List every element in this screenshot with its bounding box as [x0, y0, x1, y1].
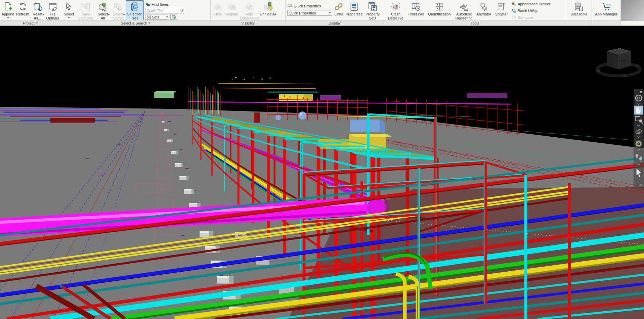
chevron-down-icon — [68, 17, 70, 18]
links-button[interactable]: Links — [333, 0, 345, 20]
quantification-icon — [434, 2, 444, 12]
scripter-button[interactable]: Scripter — [493, 0, 509, 20]
scene-shape — [185, 168, 188, 169]
quick-find-search-icon[interactable] — [179, 8, 184, 13]
links-icon — [334, 2, 344, 12]
quantification-button[interactable]: Quantification — [426, 0, 453, 20]
properties-icon — [349, 2, 359, 12]
scene-shape — [86, 158, 89, 159]
scene-shape — [154, 91, 176, 93]
reset-all-icon — [33, 2, 43, 12]
hide-icon — [213, 2, 223, 12]
group-label-select-search[interactable]: Select & Search — [61, 20, 210, 26]
datatools-icon — [574, 2, 584, 12]
group-select-search: Select Save Selection Select All Select … — [61, 0, 211, 26]
append-button[interactable]: Append — [1, 0, 15, 20]
selection-tree-button[interactable]: Selection Tree — [126, 0, 144, 20]
scene-shape — [636, 158, 637, 160]
app-manager-icon — [601, 2, 611, 12]
append-label: Append — [2, 12, 14, 16]
ribbon: Append Refresh Reset All... File Options… — [0, 0, 644, 26]
select-button[interactable]: Select — [62, 0, 76, 20]
hide-unselected-button: Hide Unselected — [240, 0, 259, 20]
compass-south-label[interactable]: S — [624, 74, 626, 78]
group-label-project[interactable]: Project — [0, 20, 61, 26]
manage-sets-button[interactable] — [170, 14, 177, 20]
scene-shape — [244, 79, 245, 80]
chevron-down-icon — [274, 14, 276, 15]
sets-dropdown[interactable]: Sets — [145, 14, 169, 20]
quick-properties-icon — [287, 3, 292, 8]
chevron-down-icon — [123, 14, 125, 15]
scene-shape — [284, 95, 285, 97]
hide-unselected-icon — [244, 2, 254, 12]
property-sets-button[interactable]: Property Sets — [363, 0, 382, 20]
refresh-button[interactable]: Refresh — [15, 0, 30, 20]
group-project: Append Refresh Reset All... File Options… — [0, 0, 61, 26]
batch-utility-button[interactable]: Batch Utility — [511, 8, 563, 14]
ribbon-empty-area — [621, 0, 644, 21]
chevron-down-icon — [7, 17, 9, 18]
scene-shape — [171, 140, 173, 142]
find-items-button[interactable]: Find Items — [145, 1, 185, 7]
animator-button[interactable]: Animator — [475, 0, 493, 20]
scripter-icon — [496, 2, 506, 12]
select-all-button[interactable]: Select All — [95, 0, 110, 20]
scene-shape — [467, 93, 507, 98]
autodesk-rendering-button[interactable]: Autodesk Rendering — [454, 0, 474, 20]
file-options-button[interactable]: File Options — [45, 0, 60, 20]
reset-all-button[interactable]: Reset All... — [30, 0, 45, 20]
scene-shape — [641, 161, 642, 162]
properties-button[interactable]: Properties — [345, 0, 363, 20]
scene-shape — [636, 110, 641, 114]
quick-properties-toggle[interactable]: Quick Properties — [287, 3, 332, 9]
navigation-bar[interactable] — [634, 89, 644, 189]
chevron-down-icon — [148, 22, 151, 24]
scene-shape — [232, 79, 233, 80]
scene-shape — [261, 79, 263, 80]
timeliner-icon — [411, 2, 421, 12]
scene-shape — [168, 121, 171, 122]
quick-properties-dropdown[interactable]: Quick Properties — [287, 10, 332, 16]
datatools-button[interactable]: DataTools — [568, 0, 590, 20]
group-display: Quick Properties Quick Properties Links … — [286, 0, 384, 26]
chevron-down-icon — [166, 16, 168, 18]
hide-button: Hide — [212, 0, 224, 20]
look-around-icon[interactable] — [636, 141, 642, 147]
scene-shape — [154, 93, 174, 98]
group-visibility: Hide Require Hide Unselected Unhide All … — [211, 0, 286, 26]
scene-shape — [50, 118, 95, 123]
sets-icon — [146, 15, 151, 19]
select-same-icon — [113, 2, 123, 12]
quick-find-input[interactable] — [145, 9, 179, 13]
compass-east-label[interactable]: E — [637, 63, 639, 67]
scene-shape — [297, 95, 298, 97]
compass-west-label[interactable]: W — [597, 69, 600, 73]
chevron-down-icon — [108, 14, 110, 15]
scene-shape — [290, 96, 291, 98]
unhide-all-icon — [263, 2, 273, 12]
group-app-manager: App Manager — [592, 0, 621, 26]
batch-utility-icon — [511, 8, 516, 13]
select-same-button: Select Same — [111, 0, 125, 20]
scene-shape — [275, 115, 281, 120]
scene-shape — [303, 97, 304, 99]
scene-shape — [167, 129, 169, 132]
scene-shape — [301, 143, 342, 143]
group-tools: Clash Detective TimeLiner Quantification… — [384, 0, 566, 26]
autodesk-rendering-icon — [459, 2, 469, 12]
viewport-3d[interactable]: FRONT W S E — [0, 26, 644, 319]
scene-shape — [181, 235, 184, 236]
file-options-icon — [48, 2, 58, 12]
app-manager-button[interactable]: App Manager — [593, 0, 620, 20]
pan-tool-active[interactable] — [634, 106, 643, 115]
clash-detective-button[interactable]: Clash Detective — [385, 0, 406, 20]
appearance-profiler-button[interactable]: Appearance Profiler — [511, 1, 563, 7]
select-all-icon — [98, 2, 108, 12]
chevron-down-icon — [329, 12, 331, 14]
chevron-down-icon — [42, 14, 44, 15]
unhide-all-button[interactable]: Unhide All — [259, 0, 277, 20]
save-selection-button: Save Selection — [76, 0, 95, 20]
timeliner-button[interactable]: TimeLiner — [406, 0, 425, 20]
find-items-icon — [145, 2, 150, 7]
